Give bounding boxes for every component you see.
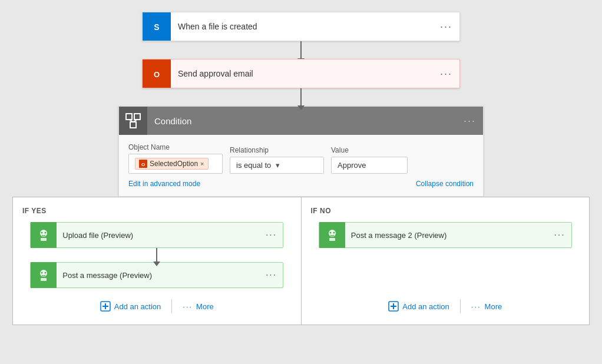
tag-close-button[interactable]: × [200, 160, 204, 167]
object-name-input[interactable]: O SelectedOption × [128, 154, 223, 174]
relationship-value: is equal to [236, 161, 271, 170]
add-action-icon-2 [388, 301, 399, 312]
if-no-actions: Add an action ··· More [382, 286, 508, 315]
value-group: Value Approve [331, 146, 408, 174]
if-yes-add-action-button[interactable]: Add an action [94, 297, 167, 315]
sharepoint-icon: S [148, 18, 165, 35]
arrow-1 [300, 41, 302, 59]
if-no-more-label: More [485, 302, 502, 311]
email-step-block: O Send approval email ··· [142, 59, 460, 88]
condition-icon [119, 107, 147, 135]
relationship-group: Relationship is equal to ▾ [230, 146, 324, 174]
if-yes-add-action-label: Add an action [114, 302, 161, 311]
post-message-icon [31, 262, 57, 288]
select-arrow-icon: ▾ [276, 161, 280, 170]
condition-more-button[interactable]: ··· [457, 115, 483, 127]
svg-point-13 [45, 232, 47, 234]
condition-title: Condition [147, 116, 457, 126]
svg-rect-14 [41, 238, 47, 241]
green-bot-icon-3 [325, 227, 340, 243]
office-icon: O [148, 65, 165, 82]
post-message-label: Post a message (Preview) [57, 271, 260, 280]
condition-diagram-icon [125, 113, 141, 128]
svg-rect-18 [41, 278, 47, 281]
if-no-more-dots: ··· [471, 302, 481, 311]
object-name-group: Object Name O SelectedOption × [128, 143, 223, 174]
trigger-icon: S [143, 12, 171, 41]
svg-text:O: O [141, 162, 145, 167]
arrow-2 [300, 88, 302, 106]
svg-text:S: S [154, 22, 159, 32]
post-message-2-label: Post a message 2 (Preview) [345, 231, 548, 240]
svg-point-12 [41, 232, 43, 234]
relationship-label: Relationship [230, 146, 324, 154]
trigger-label: When a file is created [171, 22, 433, 31]
condition-body: Object Name O SelectedOption × Re [119, 135, 483, 196]
selected-option-tag: O SelectedOption × [135, 158, 209, 170]
if-yes-more-label: More [196, 302, 214, 311]
svg-rect-5 [134, 114, 140, 120]
if-no-add-action-button[interactable]: Add an action [382, 297, 455, 315]
email-icon: O [143, 59, 171, 88]
action-divider-2 [460, 299, 461, 313]
upload-file-step: Upload file (Preview) ··· [30, 222, 283, 248]
branches-wrapper: IF YES Upload file (Preview) ··· [12, 197, 590, 325]
svg-rect-4 [126, 114, 132, 120]
post-message-2-step: Post a message 2 (Preview) ··· [319, 222, 572, 248]
condition-fields: Object Name O SelectedOption × Re [128, 143, 474, 174]
post-message-2-more-button[interactable]: ··· [548, 230, 571, 240]
if-no-add-action-label: Add an action [402, 302, 449, 311]
svg-text:O: O [154, 70, 160, 79]
email-step-label: Send approval email [171, 69, 433, 78]
value-input[interactable]: Approve [331, 157, 408, 174]
edit-advanced-link[interactable]: Edit in advanced mode [128, 180, 200, 188]
if-yes-more-dots: ··· [183, 302, 193, 311]
collapse-condition-link[interactable]: Collapse condition [416, 180, 474, 188]
svg-rect-25 [329, 238, 335, 241]
green-bot-icon-1 [36, 227, 51, 243]
trigger-block: S When a file is created ··· [142, 12, 460, 41]
trigger-more-button[interactable]: ··· [433, 21, 459, 33]
page-wrapper: S When a file is created ··· O Send appr… [0, 0, 602, 364]
post-message-2-icon [319, 222, 345, 248]
object-name-label: Object Name [128, 143, 223, 151]
add-action-icon [100, 301, 111, 312]
tag-label: SelectedOption [150, 160, 198, 168]
value-label: Value [331, 146, 408, 154]
svg-point-17 [45, 272, 47, 274]
tag-office-icon: O [139, 160, 147, 168]
upload-file-icon [31, 222, 57, 248]
if-yes-more-button[interactable]: ··· More [177, 299, 219, 315]
email-step-more-button[interactable]: ··· [433, 68, 459, 80]
action-divider-1 [171, 299, 172, 313]
green-bot-icon-2 [36, 267, 51, 283]
relationship-select[interactable]: is equal to ▾ [230, 157, 324, 174]
svg-rect-6 [130, 122, 136, 128]
branch-arrow-1 [156, 248, 157, 262]
if-yes-branch: IF YES Upload file (Preview) ··· [13, 197, 302, 325]
svg-point-16 [41, 272, 43, 274]
if-yes-actions: Add an action ··· More [94, 297, 220, 315]
svg-point-23 [329, 232, 331, 234]
upload-file-label: Upload file (Preview) [57, 231, 260, 240]
if-yes-label: IF YES [22, 207, 47, 215]
condition-header: Condition ··· [119, 107, 483, 135]
svg-point-24 [333, 232, 335, 234]
if-no-label: IF NO [311, 207, 332, 215]
condition-links: Edit in advanced mode Collapse condition [128, 180, 474, 188]
if-no-branch: IF NO Post a message 2 (Preview) ··· [302, 197, 590, 325]
upload-file-more-button[interactable]: ··· [260, 230, 283, 240]
if-no-more-button[interactable]: ··· More [465, 299, 508, 315]
post-message-more-button[interactable]: ··· [260, 270, 283, 280]
condition-block: Condition ··· Object Name O SelectedOpti… [118, 106, 484, 197]
